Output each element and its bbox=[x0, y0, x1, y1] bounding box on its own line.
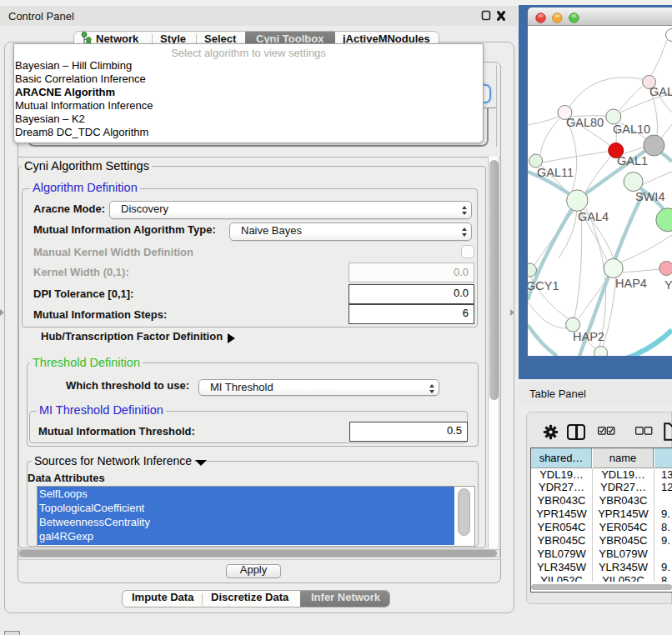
svg-text:HAP2: HAP2 bbox=[573, 330, 604, 343]
svg-text:GAL10: GAL10 bbox=[613, 122, 650, 136]
svg-text:GAL7: GAL7 bbox=[649, 85, 672, 98]
svg-text:GAL4: GAL4 bbox=[578, 210, 609, 223]
svg-text:GCY1: GCY1 bbox=[528, 279, 559, 292]
svg-text:GAL11: GAL11 bbox=[537, 166, 574, 179]
svg-text:Y: Y bbox=[664, 278, 672, 292]
svg-text:GAL1: GAL1 bbox=[617, 154, 648, 168]
svg-text:SWI4: SWI4 bbox=[635, 190, 664, 203]
svg-text:HAP4: HAP4 bbox=[615, 277, 647, 290]
svg-text:GAL80: GAL80 bbox=[566, 116, 604, 129]
